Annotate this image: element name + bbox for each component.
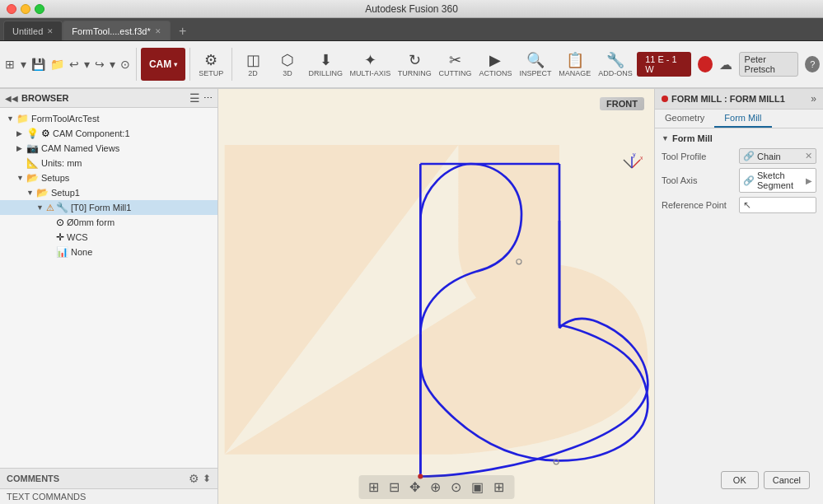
tree-item-setup1[interactable]: ▼ 📂 Setup1 [0,185,217,200]
cube-label: FRONT [591,97,644,151]
multiaxis-group[interactable]: ✦ MULTI-AXIS [347,49,393,79]
browser-dots[interactable]: ⋯ [203,93,213,104]
undo-down-button[interactable]: ▾ [82,56,91,72]
tree-item-wcs[interactable]: ✛ WCS [0,230,217,245]
units-icon: 📐 [26,157,39,169]
tree-item-cam-named[interactable]: ▶ 📷 CAM Named Views [0,141,217,156]
cam-button[interactable]: CAM ▾ [141,48,185,81]
tree-item-units[interactable]: 📐 Units: mm [0,156,217,170]
chain-text: Chain [757,152,781,161]
chain-icon: 🔗 [743,151,755,161]
section-title-form-mill: Form Mill [672,133,713,143]
tab-untitled[interactable]: Untitled ✕ [3,21,63,40]
nav-open-button[interactable]: 📁 [49,56,66,72]
tab-untitled-close[interactable]: ✕ [47,27,54,35]
help-button[interactable]: ? [805,56,820,72]
nav-save-button[interactable]: 💾 [30,56,47,72]
vp-section-button[interactable]: ⊞ [490,478,507,497]
tab-add-button[interactable]: + [174,22,192,40]
close-button[interactable] [7,4,16,14]
tab-bar: Untitled ✕ FormTool....est.f3d* ✕ + [0,18,823,41]
manage-label: MANAGE [559,69,591,77]
toolbar: ⊞ ▾ 💾 📁 ↩ ▾ ↪ ▾ ⊙ CAM ▾ ⚙ SETUP ◫ 2D ⬡ 3… [0,41,823,89]
comments-gear-icon[interactable]: ⚙ [189,472,199,485]
ok-button[interactable]: OK [721,471,759,489]
panel-tabs: Geometry Form Mill [655,110,823,128]
vp-zoom-button[interactable]: ⊕ [427,478,444,497]
turning-group[interactable]: ↻ TURNING [395,49,434,79]
addons-group[interactable]: 🔧 ADD-ONS [596,49,635,79]
sketch-text: Sketch Segment [757,170,803,190]
tree-text-cam-component: CAM Component:1 [53,128,130,138]
collapse-arrows[interactable]: ◀◀ [5,94,18,103]
tab-form-mill[interactable]: Form Mill [714,110,771,128]
tool-axis-value[interactable]: 🔗 Sketch Segment ▶ [739,168,816,193]
tree-arrow-setup1: ▼ [26,189,36,197]
maximize-button[interactable] [35,4,44,14]
toolbar-right: 11 E - 1 W ☁ Peter Pretsch ? [637,52,820,77]
tool-axis-arrow-icon[interactable]: ▶ [806,176,812,185]
prop-row-tool-profile: Tool Profile 🔗 Chain ✕ [662,148,816,164]
tab-formtool[interactable]: FormTool....est.f3d* ✕ [63,21,170,40]
minimize-button[interactable] [21,4,30,14]
addons-icon: 🔧 [606,51,624,69]
nav-menu-button[interactable]: ▾ [19,56,28,72]
shape-svg [218,89,654,504]
options-button[interactable]: ⊙ [119,56,132,72]
view-cube[interactable]: FRONT [591,97,644,151]
title-bar: Autodesk Fusion 360 [0,0,823,18]
vp-pan-button[interactable]: ✥ [406,478,423,497]
traffic-lights [7,4,44,14]
tree-item-cam-component[interactable]: ▶ 💡 ⚙ CAM Component:1 [0,126,217,141]
setup-group[interactable]: ⚙ SETUP [194,49,227,79]
drilling-icon: ⬇ [320,51,332,69]
vp-display-button[interactable]: ▣ [468,478,487,497]
tree-text-wcs: WCS [67,232,88,242]
browser-header: ◀◀ BROWSER ☰ ⋯ [0,89,217,108]
tool-profile-value[interactable]: 🔗 Chain ✕ [739,148,816,164]
comments-label: COMMENTS [7,474,185,483]
actions-group[interactable]: ▶ ACTIONS [476,49,515,79]
manage-group[interactable]: 📋 MANAGE [556,49,594,79]
svg-line-7 [624,160,632,168]
section-header-form-mill[interactable]: ▼ Form Mill [662,133,816,143]
folder-icon-cam-named: 📷 [26,142,39,154]
panel-expand-icon[interactable]: » [811,93,816,105]
tree-item-mm-form[interactable]: ⊙ Ø0mm form [0,215,217,230]
vp-orbit-button[interactable]: ⊟ [386,478,403,497]
cutting-group[interactable]: ✂ CUTTING [436,49,475,79]
redo-down-button[interactable]: ▾ [108,56,117,72]
cancel-button[interactable]: Cancel [764,471,810,489]
user-button[interactable]: Peter Pretsch [739,52,799,77]
tree-item-none[interactable]: 📊 None [0,245,217,259]
3d-icon: ⬡ [281,51,294,69]
text-commands-bar[interactable]: TEXT COMMANDS [0,488,217,504]
euler-badge[interactable]: 11 E - 1 W [637,52,691,77]
cloud-icon[interactable]: ☁ [719,57,732,72]
viewport[interactable]: FRONT x y ⊞ ⊟ ✥ ⊕ ⊙ ▣ ⊞ [218,89,654,504]
vp-grid-button[interactable]: ⊞ [365,478,382,497]
reference-point-value[interactable]: ↖ [739,197,816,213]
tree-item-root[interactable]: ▼ 📁 FormToolArcTest [0,111,217,126]
2d-group[interactable]: ◫ 2D [236,49,269,79]
comments-expand-icon[interactable]: ⬍ [203,473,211,484]
chain-clear-icon[interactable]: ✕ [805,151,812,161]
tab-formtool-close[interactable]: ✕ [155,27,161,35]
3d-group[interactable]: ⬡ 3D [271,49,304,79]
tab-formtool-label: FormTool....est.f3d* [72,26,150,36]
tree-item-setups[interactable]: ▼ 📂 Setups [0,170,217,185]
inspect-group[interactable]: 🔍 INSPECT [517,49,554,79]
undo-button[interactable]: ↩ [68,56,81,72]
drilling-group[interactable]: ⬇ DRILLING [306,49,345,79]
warn-icon-form-mill: ⚠ [46,203,54,213]
multiaxis-icon: ✦ [364,51,376,69]
nav-grid-button[interactable]: ⊞ [3,56,16,72]
front-label[interactable]: FRONT [600,97,644,110]
record-button[interactable] [698,56,713,72]
tab-geometry[interactable]: Geometry [655,110,714,128]
comments-bar[interactable]: COMMENTS ⚙ ⬍ [0,468,217,488]
vp-view-button[interactable]: ⊙ [447,478,465,497]
tree-item-form-mill[interactable]: ▼ ⚠ 🔧 [T0] Form Mill1 [0,200,217,215]
redo-button[interactable]: ↪ [93,56,106,72]
browser-menu[interactable]: ☰ [189,91,200,105]
